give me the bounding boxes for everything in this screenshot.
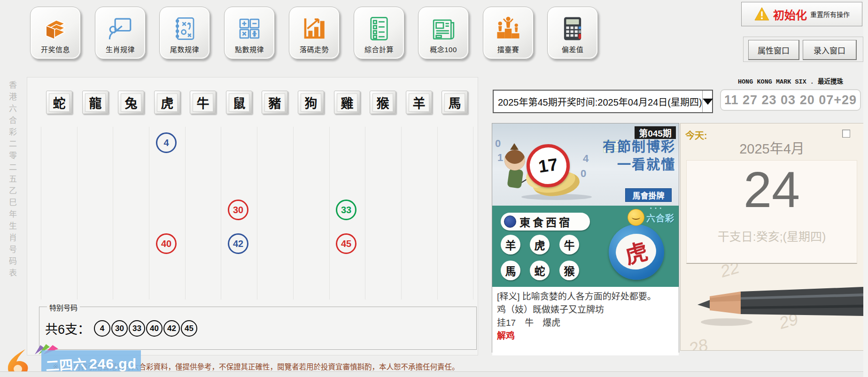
- number-ball-40: 40: [156, 233, 177, 254]
- latest-draw-numbers: 11 27 23 03 20 07+29: [720, 89, 861, 111]
- special-ball: 33: [129, 320, 145, 337]
- dropdown-button[interactable]: [702, 91, 713, 112]
- toolbar-button-concept-100[interactable]: 概念100: [418, 7, 469, 59]
- promo-zodiac-circle: 牛: [559, 235, 579, 254]
- promo-digit: 4: [583, 153, 589, 165]
- meaning-line-1: [释义] 比喻贪婪的人各方面的好处都要。: [497, 290, 674, 303]
- promo-digit: 0: [581, 168, 586, 180]
- zodiac-chart-panel: 蛇 龍 兔 虎 牛 鼠 豬 狗 雞 猴 羊 馬 4 30 33 40 42 45…: [27, 77, 478, 355]
- idiom-pill: 東食西宿: [501, 213, 590, 231]
- zodiac-button-rabbit[interactable]: 兔: [118, 91, 144, 114]
- toolbar-button-deviation[interactable]: 偏差值: [547, 7, 598, 59]
- special-numbers-legend: 特别号码: [47, 302, 80, 312]
- hkjc-badge: 馬會掛牌: [625, 188, 672, 202]
- zodiac-button-rooster[interactable]: 雞: [334, 91, 360, 114]
- pencil-image: [694, 273, 864, 336]
- special-ball: 45: [181, 320, 197, 337]
- meaning-answer: 解鸡: [497, 330, 674, 343]
- zodiac-button-goat[interactable]: 羊: [406, 91, 432, 114]
- chevron-down-icon: [703, 99, 713, 110]
- special-ball: 4: [94, 320, 110, 337]
- promo-teal-section: 東食西宿 羊 虎 牛 馬 蛇 猴 虎 • • • 六合彩: [492, 206, 679, 287]
- zodiac-button-ox[interactable]: 牛: [190, 91, 216, 114]
- zodiac-button-dragon[interactable]: 龍: [82, 91, 108, 114]
- promo-zodiac-circle: 猴: [559, 261, 579, 280]
- toolbar-button-points-rules[interactable]: 點數規律: [224, 7, 275, 59]
- zodiac-button-horse[interactable]: 馬: [442, 91, 468, 114]
- zodiac-label: 兔: [121, 93, 141, 112]
- zodiac-label: 雞: [337, 93, 357, 112]
- crown-icon: [510, 143, 519, 150]
- zodiac-button-pig[interactable]: 豬: [262, 91, 288, 114]
- toolbar-button-composite-calc[interactable]: 綜合計算: [354, 7, 404, 59]
- zodiac-label: 牛: [193, 93, 213, 112]
- properties-window-label: 属性窗口: [758, 44, 790, 56]
- zodiac-label: 虎: [157, 93, 178, 112]
- toolbar-button-arena[interactable]: 擂臺賽: [483, 7, 534, 59]
- meaning-line-3: 挂17 牛 爆虎: [497, 316, 674, 330]
- toolbar-button-label: 尾数规律: [170, 44, 199, 54]
- promo-zodiac-circle: 蛇: [530, 261, 550, 280]
- idiom-text: 東食西宿: [519, 214, 572, 230]
- properties-window-button[interactable]: 属性窗口: [748, 40, 799, 60]
- zodiac-button-snake[interactable]: 蛇: [46, 91, 72, 114]
- initialize-button[interactable]: 初始化 重置所有操作: [741, 2, 862, 26]
- special-ball: 42: [163, 320, 180, 337]
- special-ball: 40: [146, 320, 163, 337]
- calendar-panel: 22 29 28 今天: 2025年4月 24 干支日:癸亥;(星期四): [680, 123, 864, 351]
- presenter-icon: [107, 15, 134, 42]
- toolbar-button-tail-rules[interactable]: 尾数规律: [159, 7, 210, 59]
- window-bottom-edge: [0, 371, 868, 377]
- special-numbers-groupbox: 特别号码 共6支： 4 30 33 40 42 45: [39, 307, 477, 350]
- bar-chart-icon: [301, 15, 328, 42]
- zodiac-label: 猴: [372, 93, 393, 112]
- promo-digit: 1: [497, 152, 503, 164]
- toolbar-button-label: 綜合計算: [364, 44, 394, 54]
- zodiac-button-dog[interactable]: 狗: [298, 91, 324, 114]
- cartoon-character-body: [507, 168, 523, 189]
- zodiac-label: 羊: [409, 93, 429, 112]
- mark-six-brand-logo: 六合彩: [646, 211, 674, 224]
- mascot-icon: [628, 209, 644, 226]
- math-ops-icon: [236, 15, 263, 42]
- calculator-icon: [559, 15, 586, 42]
- special-ball: 30: [111, 320, 128, 337]
- strategy-icon: [171, 15, 198, 42]
- draw-period-value: 2025年第45期开奖时间:2025年04月24日(星期四): [494, 95, 702, 108]
- promo-zodiac-circle: 虎: [530, 235, 550, 254]
- calendar-checkbox[interactable]: [842, 130, 850, 138]
- side-vertical-title: 香港六合彩二零二五乙巳年生肖号码表: [6, 81, 18, 280]
- initialize-label: 初始化: [773, 6, 807, 23]
- toolbar-button-zodiac-rules[interactable]: 生肖规律: [95, 7, 146, 59]
- window-buttons-group: 属性窗口 录入窗口: [743, 37, 863, 62]
- zodiac-button-monkey[interactable]: 猴: [370, 91, 396, 114]
- medal-icon: [504, 215, 516, 228]
- toolbar-button-label: 开奖信息: [41, 44, 70, 54]
- zodiac-label: 蛇: [49, 93, 70, 112]
- entry-window-button[interactable]: 录入窗口: [803, 40, 857, 60]
- toolbar-button-label: 落碼走勢: [300, 44, 329, 54]
- idiom-meaning-text: [释义] 比喻贪婪的人各方面的好处都要。 鸡（妓）既做婊子又立牌坊 挂17 牛 …: [492, 287, 679, 355]
- draw-period-selector[interactable]: 2025年第45期开奖时间:2025年04月24日(星期四): [493, 90, 713, 113]
- number-ball-42: 42: [228, 233, 248, 254]
- zodiac-button-rat[interactable]: 鼠: [226, 91, 252, 114]
- promo-card: 第045期 0 1 4 0 17 有節制博彩 一看就懂 馬會掛牌: [492, 123, 679, 353]
- promo-zodiac-circle: 馬: [501, 261, 520, 280]
- toolbar-button-trend[interactable]: 落碼走勢: [289, 7, 340, 59]
- books-icon: [42, 15, 69, 42]
- zodiac-button-tiger[interactable]: 虎: [154, 91, 180, 114]
- ball-zodiac-character: 虎: [621, 233, 651, 270]
- promo-zodiac-circle: 羊: [501, 235, 520, 254]
- toolbar-button-label: 擂臺賽: [497, 44, 519, 54]
- number-ball-30: 30: [228, 200, 248, 220]
- toolbar-button-draw-info[interactable]: 开奖信息: [30, 7, 81, 59]
- window-right-edge: [863, 0, 868, 377]
- newspaper-icon: [430, 15, 457, 42]
- podium-icon: [495, 15, 522, 42]
- special-count-label: 共6支：: [45, 319, 90, 338]
- toolbar-button-label: 偏差值: [562, 44, 584, 54]
- zodiac-label: 馬: [444, 93, 465, 112]
- warning-icon: [754, 7, 770, 22]
- zodiac-label: 鼠: [229, 93, 249, 112]
- lottery-ball: 虎: [609, 224, 664, 280]
